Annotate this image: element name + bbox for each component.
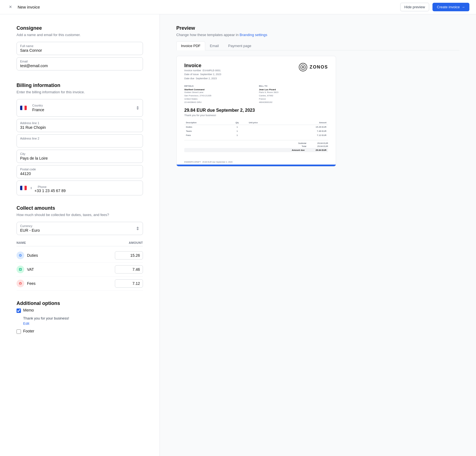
address1-label: Address line 1 [17, 119, 143, 125]
duties-row: Duties [17, 249, 143, 263]
additional-title: Additional options [17, 301, 143, 306]
phone-france-flag [20, 186, 27, 190]
invoice-meta: Invoice number EXAMPLE-0001 Date of issu… [184, 69, 221, 80]
svg-point-5 [301, 65, 305, 70]
city-input[interactable] [17, 155, 143, 163]
fees-amount-wrap [115, 279, 143, 288]
invoice-issue-label: Date of issue [184, 73, 199, 76]
row-fees-qty: 1 [227, 133, 247, 137]
svg-point-4 [299, 63, 307, 71]
preview-tabs: Invoice PDF Email Payment page [176, 41, 459, 50]
main-layout: Consignee Add a name and email for this … [0, 14, 476, 456]
header: × New invoice Hide preview Create invoic… [0, 0, 476, 14]
full-name-field: Full name [17, 42, 143, 55]
row-fees-amount: 7.12 EUR [285, 133, 328, 137]
phone-input[interactable] [42, 189, 139, 193]
currency-select[interactable]: EUR - Euro [17, 228, 143, 235]
invoice-number-label: Invoice number [184, 69, 201, 72]
invoice-footer-id: E5A669FD-DRAFT · 29.84 EUR due September… [177, 159, 336, 165]
collect-desc: How much should be collected for duties,… [17, 213, 143, 217]
duties-amount-input[interactable] [118, 253, 140, 258]
tab-payment-page[interactable]: Payment page [223, 41, 256, 50]
row-taxes-unit [247, 129, 285, 133]
duties-name: Duties [27, 253, 38, 258]
footer-row: Footer [17, 329, 143, 334]
invoice-due-value: September 2, 2023 [196, 77, 217, 80]
amounts-header: NAME AMOUNT [17, 239, 143, 246]
france-flag [20, 106, 27, 110]
zonos-circle-icon [299, 63, 307, 72]
fees-icon: $ [17, 280, 24, 287]
fees-amount-input[interactable] [118, 281, 140, 286]
vat-icon [17, 266, 24, 273]
row-fees-unit [247, 133, 285, 137]
footer-checkbox[interactable] [17, 329, 21, 334]
collect-title: Collect amounts [17, 205, 143, 211]
vat-amount-input[interactable] [118, 267, 140, 272]
memo-text: Thank you for your business! [23, 316, 143, 320]
full-name-input[interactable] [17, 48, 143, 55]
row-taxes-amount: 7.46 EUR [285, 129, 328, 133]
row-duties-unit [247, 125, 285, 129]
postal-input[interactable] [17, 171, 143, 178]
invoice-header-left: Invoice Invoice number EXAMPLE-0001 Date… [184, 63, 221, 80]
create-invoice-button[interactable]: Create invoice → [432, 3, 469, 11]
tab-invoice-pdf[interactable]: Invoice PDF [176, 41, 205, 50]
duties-icon [17, 252, 24, 259]
currency-field: Currency EUR - Euro ⇕ [17, 222, 143, 235]
total-label: Total [302, 145, 306, 148]
phone-flag-selector[interactable]: ⇕ [20, 186, 32, 190]
consignee-desc: Add a name and email for this customer. [17, 33, 143, 37]
address2-input[interactable] [17, 140, 143, 147]
invoice-details: Details Starfleet Command Golden Street … [184, 85, 328, 104]
hide-preview-button[interactable]: Hide preview [400, 3, 429, 11]
city-label: City [17, 150, 143, 155]
additional-section: Additional options Memo Thank you for yo… [17, 301, 143, 334]
right-panel: Preview Change how these templates appea… [160, 14, 476, 456]
row-taxes-qty: 1 [227, 129, 247, 133]
tab-email[interactable]: Email [205, 41, 224, 50]
memo-row: Memo [17, 308, 143, 313]
amount-col-header: AMOUNT [129, 241, 143, 244]
edit-link[interactable]: Edit [23, 321, 143, 326]
country-content: Country France [29, 102, 139, 114]
amount-due-value: 29.84 EUR [316, 149, 326, 151]
page-title: New invoice [18, 5, 40, 9]
bill-to-col: Bill To Jean Luc Picard Paris 9, Room 28… [259, 85, 328, 104]
invoice-preview-card: Invoice Invoice number EXAMPLE-0001 Date… [176, 56, 336, 166]
subtotal-value: 29.84 EUR [317, 142, 328, 144]
phone-chevron-icon: ⇕ [30, 187, 32, 190]
email-input[interactable] [17, 63, 143, 70]
arrow-icon: → [461, 5, 465, 9]
phone-code: +33 [34, 189, 41, 193]
vat-name: VAT [27, 267, 34, 272]
vat-row: VAT [17, 263, 143, 277]
invoice-due-label: Date due [184, 77, 194, 80]
phone-content: Phone +33 [34, 183, 139, 193]
address1-input[interactable] [17, 125, 143, 132]
country-select[interactable]: France [29, 107, 139, 114]
left-panel: Consignee Add a name and email for this … [0, 14, 160, 456]
total-row: Total 29.84 EUR [184, 145, 328, 148]
table-row: Taxes 1 7.46 EUR [184, 129, 328, 133]
name-col-header: NAME [17, 241, 26, 244]
fees-left: $ Fees [17, 280, 36, 287]
bill-from-col: Details Starfleet Command Golden Street … [184, 85, 253, 104]
country-label: Country [29, 102, 139, 107]
consignee-fields: Full name Email [17, 42, 143, 73]
row-duties-qty: 1 [227, 125, 247, 129]
memo-checkbox[interactable] [17, 308, 21, 313]
branding-settings-link[interactable]: Branding settings [240, 33, 267, 37]
email-field: Email [17, 57, 143, 70]
invoice-thank-you: Thank you for your business! [184, 114, 328, 117]
memo-label: Memo [23, 308, 34, 312]
amount-due-label: Amount due [292, 149, 305, 151]
row-duties-amount: 15.26 EUR [285, 125, 328, 129]
amount-header: Amount [285, 121, 328, 125]
consignee-section: Consignee Add a name and email for this … [17, 25, 143, 73]
close-button[interactable]: × [7, 3, 14, 11]
preview-title: Preview [176, 25, 459, 31]
invoice-totals: Subtotal 29.84 EUR Total 29.84 EUR Amoun… [184, 140, 328, 152]
zonos-logo: ZONOS [299, 63, 328, 72]
full-name-label: Full name [17, 42, 143, 48]
